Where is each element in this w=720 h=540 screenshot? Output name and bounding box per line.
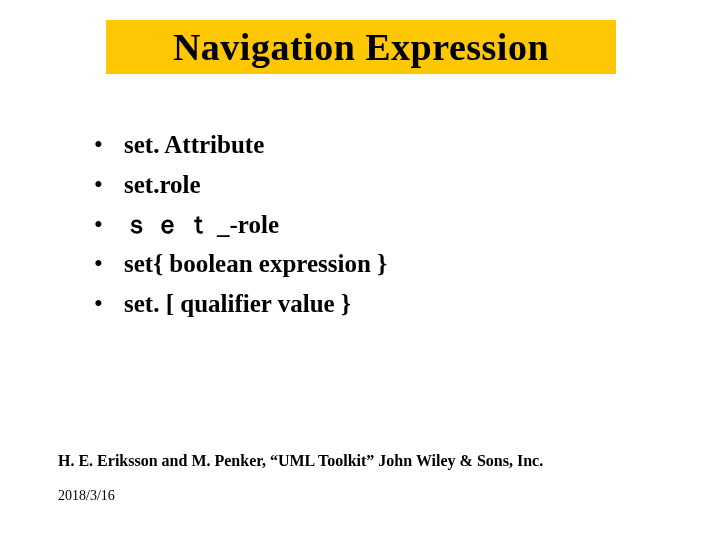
footer-citation: H. E. Eriksson and M. Penker, “UML Toolk… xyxy=(58,452,678,470)
list-item: • set{ boolean expression } xyxy=(94,247,634,281)
bullet-icon: • xyxy=(94,168,124,202)
list-item-text: set. [ qualifier value } xyxy=(124,287,634,321)
list-item: • ｓｅｔ_-role xyxy=(94,208,634,242)
bullet-icon: • xyxy=(94,128,124,162)
bullet-icon: • xyxy=(94,247,124,281)
list-item-fragment: _-role xyxy=(217,211,279,238)
bullet-icon: • xyxy=(94,287,124,321)
page-title: Navigation Expression xyxy=(173,25,549,69)
list-item: • set. [ qualifier value } xyxy=(94,287,634,321)
slide: Navigation Expression • set. Attribute •… xyxy=(0,0,720,540)
title-band: Navigation Expression xyxy=(106,20,616,74)
footer-date: 2018/3/16 xyxy=(58,488,115,504)
list-item: • set.role xyxy=(94,168,634,202)
list-item-text: set. Attribute xyxy=(124,128,634,162)
list-item-fragment: ｓｅｔ xyxy=(124,211,217,238)
list-item-fragment: role xyxy=(159,171,200,198)
list-item-text: set{ boolean expression } xyxy=(124,247,634,281)
list-item-text: set.role xyxy=(124,168,634,202)
list-item-fragment: set. xyxy=(124,171,159,198)
list-item: • set. Attribute xyxy=(94,128,634,162)
bullet-list: • set. Attribute • set.role • ｓｅｔ_-role … xyxy=(94,128,634,327)
list-item-text: ｓｅｔ_-role xyxy=(124,208,634,242)
bullet-icon: • xyxy=(94,208,124,242)
